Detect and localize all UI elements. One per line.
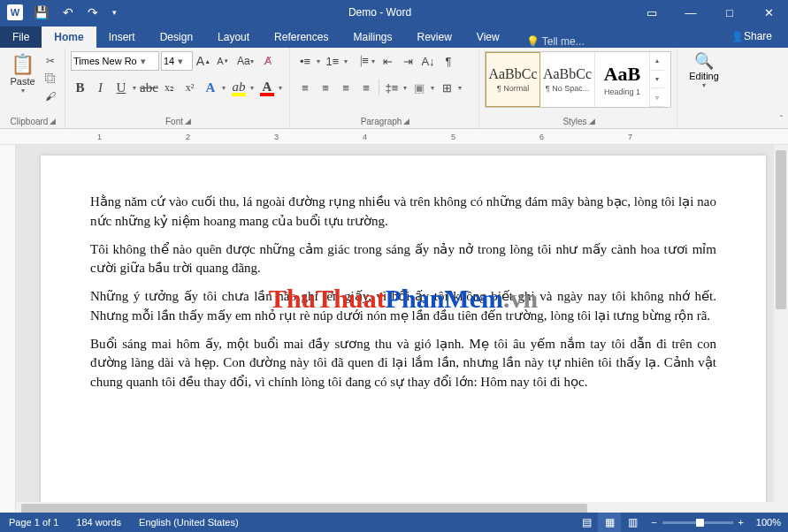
status-bar: Page 1 of 1 184 words English (United St… [0,513,788,532]
italic-button[interactable]: I [91,78,110,97]
document-area: Hằng năm cứ vào cuối thu, lá ngoài đường… [0,145,788,516]
show-marks-button[interactable]: ¶ [439,51,458,71]
align-center-button[interactable]: ≡ [316,78,335,97]
font-name-combo[interactable]: Times New Ro▾ [71,51,159,71]
dialog-launcher-icon[interactable]: ◢ [50,117,56,125]
separator [379,80,379,95]
line-spacing-button[interactable]: ‡≡ [382,78,402,97]
gallery-up-icon[interactable]: ▴ [650,52,664,71]
view-read-mode-icon[interactable]: ▤ [575,513,598,532]
close-button[interactable]: ✕ [749,0,788,25]
word-app-icon: W [7,4,23,20]
zoom-slider-thumb[interactable] [696,519,704,527]
gallery-more-icon[interactable]: ▿ [650,88,664,107]
chevron-down-icon[interactable]: ▾ [277,84,284,92]
tab-layout[interactable]: Layout [205,27,262,48]
bullets-button[interactable]: •≡ [295,51,315,71]
dialog-launcher-icon[interactable]: ◢ [589,117,595,125]
shading-button[interactable]: ▣ [409,78,429,97]
group-styles: AaBbCc ¶ Normal AaBbCc ¶ No Spac... AaB … [479,48,677,128]
status-page[interactable]: Page 1 of 1 [0,517,67,528]
styles-gallery: AaBbCc ¶ Normal AaBbCc ¶ No Spac... AaB … [485,51,671,108]
font-color-button[interactable]: A [257,78,277,97]
decrease-indent-button[interactable]: ⇤ [378,51,397,71]
zoom-slider-track[interactable] [662,521,733,524]
tab-mailings[interactable]: Mailings [340,27,404,48]
subscript-button[interactable]: x₂ [160,78,179,97]
format-painter-icon[interactable]: 🖌 [42,90,59,104]
save-icon[interactable]: 💾 [30,4,52,21]
gallery-down-icon[interactable]: ▾ [650,71,664,89]
clear-formatting-icon[interactable]: A̸ [259,51,277,71]
ribbon-tab-bar: File Home Insert Design Layout Reference… [0,25,788,48]
zoom-out-button[interactable]: − [651,517,656,528]
redo-icon[interactable]: ↷ [84,4,102,21]
status-word-count[interactable]: 184 words [67,517,130,528]
paragraph[interactable]: Những ý tưởng ấy tôi chưa lần nào ghi lê… [90,287,716,326]
paste-button[interactable]: 📋 Paste ▾ [5,51,40,104]
borders-button[interactable]: ⊞ [437,78,456,97]
undo-icon[interactable]: ↶ [59,4,77,21]
styles-gallery-scroll: ▴ ▾ ▿ [650,52,664,107]
grow-font-icon[interactable]: A▲ [195,51,212,71]
vertical-ruler[interactable] [0,145,16,516]
dialog-launcher-icon[interactable]: ◢ [403,117,409,125]
tab-references[interactable]: References [262,27,340,48]
editing-button[interactable]: 🔍 Editing ▾ [683,51,725,89]
underline-menu-icon[interactable]: ▾ [131,84,138,92]
minimize-button[interactable]: — [671,0,710,25]
bold-button[interactable]: B [71,78,89,97]
chevron-down-icon[interactable]: ▾ [220,84,227,92]
shrink-font-icon[interactable]: A▼ [214,51,232,71]
underline-button[interactable]: U [111,78,131,97]
text-effects-button[interactable]: A [201,78,220,97]
tab-view[interactable]: View [464,27,512,48]
highlight-button[interactable]: ab [229,78,249,97]
align-right-button[interactable]: ≡ [336,78,356,97]
zoom-in-button[interactable]: + [738,517,744,528]
numbering-button[interactable]: 1≡ [323,51,342,71]
paragraph[interactable]: Buổi sáng mai hôm ấy, một buổi mai đầy s… [90,335,716,392]
multilevel-list-button[interactable]: ⎹≡ [350,51,370,71]
sort-button[interactable]: A↓ [418,51,438,71]
status-language[interactable]: English (United States) [130,517,248,528]
qat-customize-icon[interactable]: ▾ [109,6,120,19]
share-button[interactable]: Share [723,25,781,48]
increase-indent-button[interactable]: ⇥ [398,51,417,71]
ribbon-display-options-icon[interactable]: ▭ [632,0,671,25]
tab-file[interactable]: File [0,27,42,48]
copy-icon[interactable]: ⿻ [42,72,59,87]
view-print-layout-icon[interactable]: ▦ [598,513,621,532]
superscript-button[interactable]: x² [180,78,199,97]
dialog-launcher-icon[interactable]: ◢ [185,117,191,125]
view-web-layout-icon[interactable]: ▥ [621,513,644,532]
clipboard-icon: 📋 [11,53,34,76]
horizontal-ruler[interactable]: 1 2 3 4 5 6 7 [0,129,788,145]
zoom-percentage[interactable]: 100% [751,517,788,528]
font-size-combo[interactable]: 14▾ [161,51,193,71]
style-no-spacing[interactable]: AaBbCc ¶ No Spac... [540,52,595,107]
paragraph[interactable]: Tôi không thể nào quên được những cảm gi… [90,240,716,279]
tell-me-search[interactable]: Tell me... [517,35,593,48]
title-bar: W 💾 ↶ ↷ ▾ Demo - Word ▭ — □ ✕ [0,0,788,25]
chevron-down-icon[interactable]: ▾ [249,84,256,92]
cut-icon[interactable]: ✂ [42,55,59,69]
change-case-button[interactable]: Aa▾ [233,51,257,71]
style-normal[interactable]: AaBbCc ¶ Normal [486,52,540,107]
paragraph[interactable]: Hằng năm cứ vào cuối thu, lá ngoài đường… [90,193,716,232]
scrollbar-thumb[interactable] [776,150,786,309]
tab-home[interactable]: Home [42,27,96,48]
collapse-ribbon-icon[interactable]: ˆ [780,115,783,125]
strikethrough-button[interactable]: abc [140,78,158,97]
tab-design[interactable]: Design [148,27,205,48]
style-heading-1[interactable]: AaB Heading 1 [595,52,650,107]
justify-button[interactable]: ≡ [356,78,376,97]
document-page[interactable]: Hằng năm cứ vào cuối thu, lá ngoài đường… [41,156,766,516]
maximize-button[interactable]: □ [710,0,749,25]
vertical-scrollbar[interactable] [774,145,788,516]
group-font: Times New Ro▾ 14▾ A▲ A▼ Aa▾ A̸ B I U▾ ab… [65,48,290,128]
align-left-button[interactable]: ≡ [295,78,315,97]
tab-insert[interactable]: Insert [96,27,148,48]
find-icon: 🔍 [694,51,714,71]
tab-review[interactable]: Review [404,27,463,48]
